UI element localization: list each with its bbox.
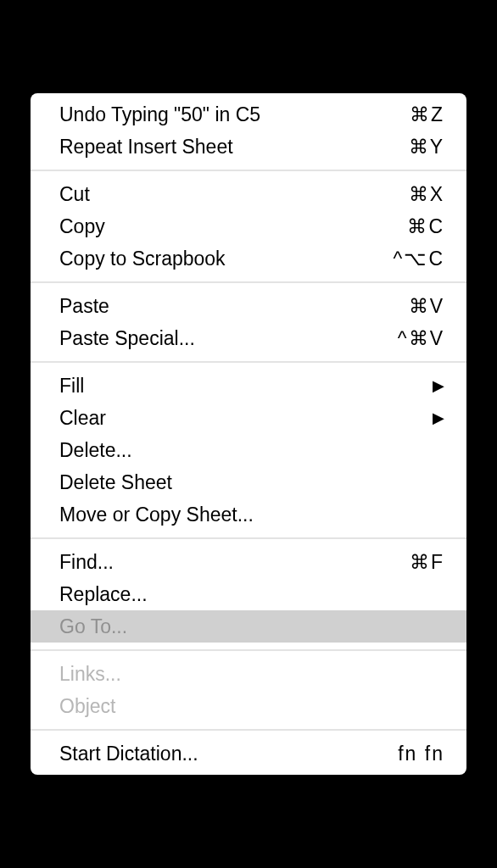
menu-item-label: Undo Typing "50" in C5 bbox=[59, 103, 410, 126]
menu-item-undo[interactable]: Undo Typing "50" in C5 ⌘Z bbox=[31, 98, 466, 131]
menu-item-shortcut: ⌘Z bbox=[410, 103, 444, 126]
submenu-arrow-icon: ▶ bbox=[433, 409, 444, 427]
menu-item-label: Cut bbox=[59, 183, 409, 206]
menu-item-label: Object bbox=[59, 695, 444, 718]
menu-item-label: Paste Special... bbox=[59, 327, 398, 350]
menu-item-label: Paste bbox=[59, 295, 409, 318]
menu-item-label: Fill bbox=[59, 375, 433, 398]
menu-item-shortcut: ⌘X bbox=[409, 183, 444, 206]
menu-item-repeat[interactable]: Repeat Insert Sheet ⌘Y bbox=[31, 131, 466, 163]
menu-separator bbox=[31, 729, 466, 731]
menu-item-delete-sheet[interactable]: Delete Sheet bbox=[31, 466, 466, 498]
menu-item-label: Clear bbox=[59, 407, 433, 430]
menu-item-copy[interactable]: Copy ⌘C bbox=[31, 210, 466, 242]
menu-separator bbox=[31, 537, 466, 539]
menu-item-paste[interactable]: Paste ⌘V bbox=[31, 290, 466, 322]
menu-item-shortcut: ^⌥C bbox=[394, 248, 444, 270]
menu-item-shortcut: ⌘Y bbox=[409, 136, 444, 159]
menu-item-label: Delete Sheet bbox=[59, 471, 444, 494]
menu-item-shortcut: ⌘V bbox=[409, 295, 444, 318]
menu-item-find[interactable]: Find... ⌘F bbox=[31, 546, 466, 578]
menu-item-label: Move or Copy Sheet... bbox=[59, 504, 444, 526]
menu-item-copy-scrapbook[interactable]: Copy to Scrapbook ^⌥C bbox=[31, 242, 466, 275]
menu-item-links: Links... bbox=[31, 658, 466, 690]
menu-item-label: Find... bbox=[59, 551, 410, 574]
menu-item-label: Start Dictation... bbox=[59, 743, 398, 765]
menu-item-label: Replace... bbox=[59, 583, 444, 606]
menu-item-clear[interactable]: Clear ▶ bbox=[31, 402, 466, 434]
menu-item-label: Copy to Scrapbook bbox=[59, 248, 394, 270]
menu-item-goto[interactable]: Go To... bbox=[31, 610, 466, 643]
menu-item-shortcut: ^⌘V bbox=[398, 327, 444, 350]
menu-item-paste-special[interactable]: Paste Special... ^⌘V bbox=[31, 322, 466, 354]
menu-separator bbox=[31, 281, 466, 283]
menu-separator bbox=[31, 649, 466, 651]
menu-item-fill[interactable]: Fill ▶ bbox=[31, 370, 466, 402]
menu-separator bbox=[31, 170, 466, 171]
menu-item-start-dictation[interactable]: Start Dictation... fn fn bbox=[31, 737, 466, 770]
menu-item-label: Go To... bbox=[59, 615, 444, 638]
menu-item-shortcut: ⌘C bbox=[407, 215, 444, 238]
menu-item-label: Links... bbox=[59, 663, 444, 686]
submenu-arrow-icon: ▶ bbox=[433, 376, 444, 395]
menu-item-shortcut: ⌘F bbox=[410, 551, 444, 574]
menu-item-object: Object bbox=[31, 690, 466, 722]
menu-item-label: Repeat Insert Sheet bbox=[59, 136, 409, 159]
menu-item-label: Delete... bbox=[59, 439, 444, 462]
menu-item-cut[interactable]: Cut ⌘X bbox=[31, 178, 466, 210]
menu-separator bbox=[31, 361, 466, 363]
menu-item-label: Copy bbox=[59, 215, 407, 238]
menu-item-move-copy-sheet[interactable]: Move or Copy Sheet... bbox=[31, 498, 466, 531]
edit-menu: Undo Typing "50" in C5 ⌘Z Repeat Insert … bbox=[31, 93, 466, 775]
menu-item-delete[interactable]: Delete... bbox=[31, 434, 466, 466]
menu-item-replace[interactable]: Replace... bbox=[31, 578, 466, 610]
menu-item-shortcut: fn fn bbox=[398, 743, 444, 765]
